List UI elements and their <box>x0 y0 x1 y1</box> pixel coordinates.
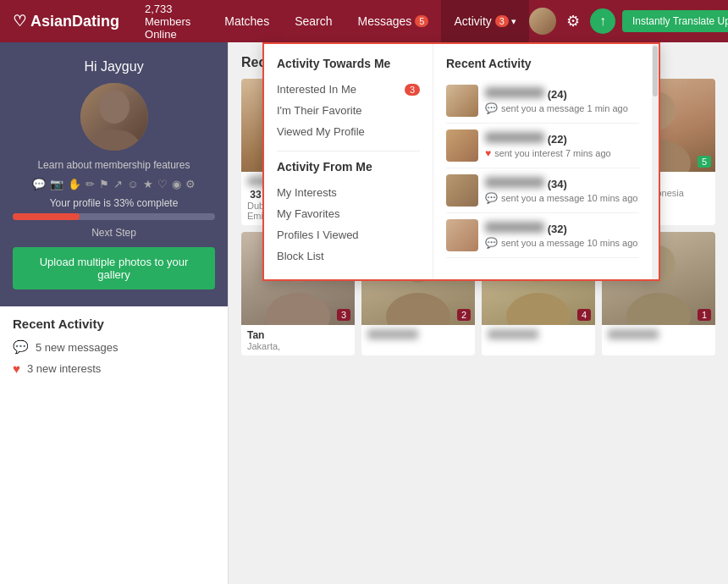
profile-card-info: Tan Jakarta, <box>241 325 355 355</box>
photo-count-badge: 2 <box>457 309 471 321</box>
interested-badge: 3 <box>405 84 420 96</box>
activity-towards-me-section: Activity Towards Me Interested In Me 3 I… <box>264 44 433 279</box>
svg-point-0 <box>99 90 130 124</box>
recent-activity-item[interactable]: (34) 💬 sent you a message 10 mins ago <box>446 168 639 213</box>
nav-matches[interactable]: Matches <box>212 0 282 42</box>
message-icon: 💬 <box>485 102 498 114</box>
hand-icon[interactable]: ✋ <box>68 178 81 190</box>
recent-activity-text: (22) ♥ sent you interest 7 mins ago <box>485 132 639 159</box>
message-icon: 💬 <box>485 237 498 249</box>
greeting: Hi Jayguy <box>13 59 215 74</box>
svg-point-17 <box>626 293 691 325</box>
logo[interactable]: ♡ AsianDating <box>13 12 119 30</box>
scrollbar-thumb <box>653 46 658 96</box>
header: ♡ AsianDating 2,733 Members Online Match… <box>0 0 728 42</box>
learn-membership-text: Learn about membership features <box>13 159 215 171</box>
smiley-icon[interactable]: ☺ <box>127 178 138 190</box>
recent-activity-avatar <box>446 219 478 251</box>
logo-heart-icon: ♡ <box>13 12 26 30</box>
svg-point-15 <box>506 293 571 325</box>
message-icon: 💬 <box>485 192 498 204</box>
activity-from-me-title: Activity From Me <box>277 160 420 174</box>
flag-icon[interactable]: ⚑ <box>99 178 109 190</box>
heart-icon[interactable]: ♡ <box>157 178 168 190</box>
activity-dropdown: Activity Towards Me Interested In Me 3 I… <box>262 42 660 281</box>
interested-in-me-item[interactable]: Interested In Me 3 <box>277 79 420 100</box>
logo-dating: Dating <box>72 13 119 30</box>
settings-gear-icon[interactable]: ⚙ <box>563 8 583 34</box>
my-interests-item[interactable]: My Interests <box>277 182 420 203</box>
recent-activity-sidebar: Recent Activity 💬 5 new messages ♥ 3 new… <box>0 306 228 393</box>
recent-activity-item[interactable]: (32) 💬 sent you a message 10 mins ago <box>446 213 639 258</box>
my-favorites-item[interactable]: My Favorites <box>277 203 420 224</box>
blurred-name <box>485 222 544 233</box>
blurred-name <box>485 132 544 143</box>
chart-icon[interactable]: ↗ <box>113 178 123 190</box>
logo-asian: Asian <box>30 13 72 30</box>
message-icon: 💬 <box>13 339 29 355</box>
viewed-my-profile-item[interactable]: Viewed My Profile <box>277 121 420 142</box>
their-favorite-item[interactable]: I'm Their Favorite <box>277 100 420 121</box>
tools-icon[interactable]: ⚙ <box>185 178 196 190</box>
activity-messages-item[interactable]: 💬 5 new messages <box>13 339 215 355</box>
recent-activity-avatar <box>446 85 478 117</box>
pencil-icon[interactable]: ✏ <box>85 178 95 190</box>
profile-progress-bar <box>13 213 215 220</box>
svg-point-1 <box>89 129 140 151</box>
svg-point-11 <box>266 293 330 325</box>
recent-activity-avatar <box>446 129 478 162</box>
interest-heart-icon: ♥ <box>13 361 20 376</box>
chat-icon[interactable]: 💬 <box>32 178 46 190</box>
profile-card-info <box>602 325 715 346</box>
recent-activity-text: (34) 💬 sent you a message 10 mins ago <box>485 177 639 204</box>
user-avatar[interactable] <box>80 83 148 151</box>
profile-progress-fill <box>13 213 80 220</box>
profile-card-info <box>482 325 595 346</box>
activity-towards-me-title: Activity Towards Me <box>277 57 420 70</box>
block-list-item[interactable]: Block List <box>277 245 420 267</box>
svg-point-13 <box>386 293 450 325</box>
heart-icon: ♥ <box>485 147 491 159</box>
nav-search[interactable]: Search <box>282 0 345 42</box>
nav-messages[interactable]: Messages 5 <box>345 0 442 42</box>
avatar-silhouette-icon <box>80 83 148 151</box>
upload-photos-button[interactable]: Upload multiple photos to your gallery <box>13 247 215 289</box>
upgrade-button[interactable]: Instantly Translate Upgrade Member... <box>622 10 728 32</box>
header-right: ⚙ ↑ Instantly Translate Upgrade Member..… <box>529 8 728 35</box>
blurred-name <box>485 87 544 98</box>
recent-activity-sidebar-title: Recent Activity <box>13 317 215 331</box>
divider <box>277 151 420 152</box>
photo-count-badge: 5 <box>698 156 711 168</box>
next-step-label: Next Step <box>13 227 215 239</box>
star-icon[interactable]: ★ <box>143 178 153 190</box>
main-nav: Matches Search Messages 5 Activity 3 ▾ <box>212 0 529 42</box>
user-avatar-small[interactable] <box>529 8 556 35</box>
blurred-profile-name <box>488 329 538 339</box>
photo-count-badge: 4 <box>577 309 591 321</box>
recent-activity-dropdown-title: Recent Activity <box>446 57 639 70</box>
blurred-profile-name <box>608 329 659 339</box>
activity-dropdown-arrow: ▾ <box>511 16 516 27</box>
activity-badge: 3 <box>495 15 509 27</box>
left-sidebar: Hi Jayguy Learn about membership feature… <box>0 42 229 584</box>
blurred-profile-name <box>367 329 418 339</box>
user-profile-section: Hi Jayguy Learn about membership feature… <box>0 42 228 306</box>
recent-activity-avatar <box>446 174 478 207</box>
profiles-viewed-item[interactable]: Profiles I Viewed <box>277 224 420 245</box>
nav-activity[interactable]: Activity 3 ▾ <box>441 0 528 42</box>
activity-interests-item[interactable]: ♥ 3 new interests <box>13 361 215 376</box>
profile-icons-row: 💬 📷 ✋ ✏ ⚑ ↗ ☺ ★ ♡ ◉ ⚙ <box>13 178 215 190</box>
dropdown-scrollbar[interactable] <box>652 44 659 279</box>
blurred-name <box>485 177 544 188</box>
photo-count-badge: 3 <box>337 309 350 321</box>
recent-activity-item[interactable]: (24) 💬 sent you a message 1 min ago <box>446 79 639 124</box>
members-online-count: 2,733 Members Online <box>145 3 190 41</box>
eye-icon[interactable]: ◉ <box>172 178 181 190</box>
recent-activity-section: Recent Activity (24) 💬 sent you a messag… <box>433 44 652 279</box>
messages-badge: 5 <box>415 15 428 27</box>
translate-icon[interactable]: ↑ <box>590 8 615 34</box>
recent-activity-text: (24) 💬 sent you a message 1 min ago <box>485 87 639 114</box>
recent-activity-item[interactable]: (22) ♥ sent you interest 7 mins ago <box>446 124 639 168</box>
recent-activity-text: (32) 💬 sent you a message 10 mins ago <box>485 222 639 249</box>
camera-icon[interactable]: 📷 <box>50 178 63 190</box>
